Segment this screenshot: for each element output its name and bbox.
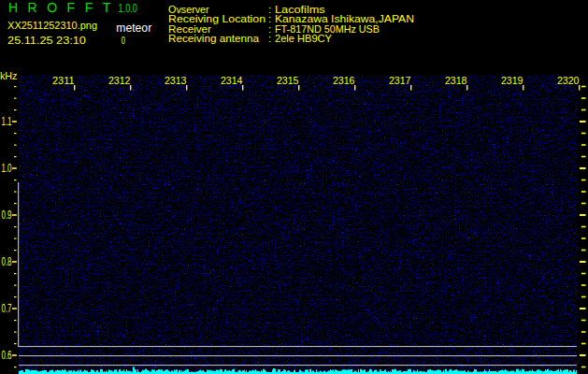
svg-text:2317: 2317 — [389, 75, 411, 86]
svg-text:0.9: 0.9 — [2, 209, 12, 222]
svg-text:kHz: kHz — [0, 70, 18, 81]
svg-text:0.7: 0.7 — [2, 302, 12, 315]
svg-text:2315: 2315 — [277, 75, 299, 86]
svg-text:1.0.0: 1.0.0 — [119, 1, 137, 15]
svg-text:1.1: 1.1 — [2, 115, 12, 128]
svg-text:XX2511252310.png: XX2511252310.png — [7, 20, 97, 31]
svg-text:2318: 2318 — [445, 75, 467, 86]
svg-text:1.0: 1.0 — [2, 162, 12, 175]
svg-text:2314: 2314 — [221, 75, 243, 86]
svg-text:2311: 2311 — [52, 75, 75, 86]
svg-text:2ele HB9CY: 2ele HB9CY — [275, 33, 332, 44]
svg-text:0.8: 0.8 — [2, 255, 12, 268]
svg-text:25.11.25 23:10: 25.11.25 23:10 — [7, 35, 86, 46]
svg-text:2316: 2316 — [333, 75, 355, 86]
svg-text:meteor: meteor — [116, 21, 151, 35]
svg-text:Receiving antenna: Receiving antenna — [168, 33, 260, 44]
svg-text:0.6: 0.6 — [2, 349, 12, 362]
svg-text:0: 0 — [122, 35, 125, 46]
svg-text:HROFFT: HROFFT — [8, 0, 121, 15]
svg-text:2312: 2312 — [108, 75, 131, 86]
svg-text:2313: 2313 — [165, 75, 187, 86]
svg-text:2319: 2319 — [501, 75, 523, 86]
svg-text::: : — [268, 33, 271, 44]
svg-text:2320: 2320 — [557, 75, 580, 86]
